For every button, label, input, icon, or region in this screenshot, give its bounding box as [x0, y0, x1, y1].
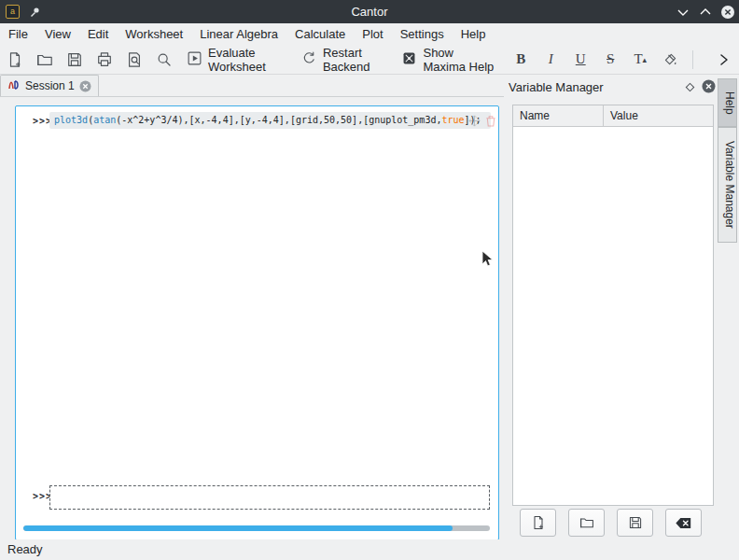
code-keyword-true: true	[441, 115, 464, 125]
menu-item-linear-algebra[interactable]: Linear Algebra	[191, 23, 286, 45]
statusbar: Ready	[0, 539, 739, 560]
maxima-help-label: Show Maxima Help	[423, 46, 498, 74]
italic-button[interactable]: I	[538, 48, 563, 72]
content-area: Session 1 >>> plot3d(atan(-x^2+y^3/4),[x…	[0, 75, 739, 539]
add-variable-button[interactable]	[520, 509, 556, 537]
menu-item-settings[interactable]: Settings	[392, 23, 453, 45]
float-panel-icon[interactable]	[685, 81, 695, 95]
menu-item-view[interactable]: View	[36, 23, 79, 45]
find-button[interactable]	[152, 48, 176, 72]
toolbar-overflow-button[interactable]	[712, 48, 736, 72]
restart-label: Restart Backend	[323, 46, 387, 74]
superscript-label: T	[634, 51, 642, 67]
show-maxima-help-button[interactable]: Show Maxima Help	[397, 48, 503, 72]
code-body: (-x^2+y^3/4),[x,-4,4],[y,-4,4],[grid,50,…	[116, 115, 441, 125]
status-text: Ready	[7, 542, 43, 556]
mouse-cursor	[481, 250, 495, 273]
restart-icon	[301, 50, 317, 69]
panel-title: Variable Manager	[509, 80, 604, 94]
save-button[interactable]	[63, 48, 87, 72]
drag-cell-icon[interactable]	[468, 114, 481, 131]
close-button[interactable]	[720, 5, 735, 20]
menu-item-edit[interactable]: Edit	[79, 23, 117, 45]
command-entry-2[interactable]	[49, 485, 490, 510]
column-value[interactable]: Value	[604, 105, 638, 126]
evaluate-icon	[187, 50, 202, 69]
text-color-button[interactable]	[658, 48, 682, 72]
titlebar[interactable]: a Cantor	[0, 0, 739, 23]
underline-button[interactable]: U	[568, 48, 593, 72]
menu-item-help[interactable]: Help	[453, 23, 495, 45]
toolbar: Evaluate Worksheet Restart Backend Show …	[0, 45, 739, 75]
code-fn-plot3d: plot3d	[54, 115, 88, 125]
restart-backend-button[interactable]: Restart Backend	[297, 48, 392, 72]
new-worksheet-button[interactable]	[3, 48, 27, 72]
progressbar-fill	[23, 525, 453, 531]
bold-button[interactable]: B	[509, 48, 533, 72]
plot3d-canvas[interactable]	[16, 133, 497, 506]
print-button[interactable]	[92, 48, 117, 72]
menu-item-worksheet[interactable]: Worksheet	[117, 23, 191, 45]
window-title: Cantor	[0, 5, 739, 19]
superscript-button[interactable]: T▴	[628, 48, 652, 72]
cantor-window: a Cantor FileViewEditWorksheetLinear Alg…	[0, 0, 739, 560]
strikeout-button[interactable]: S	[598, 48, 622, 72]
maxima-help-icon	[401, 50, 417, 69]
variable-manager-panel: Variable Manager Name Value	[509, 77, 718, 538]
side-tab-strip: Help Variable Manager	[718, 75, 739, 539]
load-variables-button[interactable]	[568, 509, 605, 537]
command-entry-1[interactable]: plot3d(atan(-x^2+y^3/4),[x,-4,4],[y,-4,4…	[49, 112, 491, 129]
delete-cell-icon[interactable]	[485, 114, 496, 131]
panel-header[interactable]: Variable Manager	[509, 77, 718, 97]
clear-variables-button[interactable]	[665, 509, 702, 537]
tabbar: Session 1	[0, 75, 504, 97]
code-fn-atan: atan	[93, 115, 116, 125]
evaluation-progressbar	[23, 525, 490, 531]
tab-label: Session 1	[25, 79, 75, 92]
save-variables-button[interactable]	[617, 509, 653, 537]
maximize-button[interactable]	[698, 5, 713, 20]
tab-close-icon[interactable]	[79, 80, 91, 92]
print-preview-button[interactable]	[122, 48, 146, 72]
menu-item-file[interactable]: File	[0, 23, 36, 45]
evaluate-label: Evaluate Worksheet	[208, 46, 286, 74]
column-name[interactable]: Name	[513, 105, 604, 126]
menu-item-calculate[interactable]: Calculate	[286, 23, 354, 45]
tab-session-1[interactable]: Session 1	[0, 75, 99, 96]
session-icon	[7, 78, 21, 94]
variable-table[interactable]: Name Value	[512, 105, 714, 506]
side-tab-help[interactable]: Help	[718, 78, 737, 127]
toolbar-separator	[692, 50, 693, 69]
side-tab-variable-manager[interactable]: Variable Manager	[718, 127, 737, 243]
variable-actions	[512, 508, 712, 538]
worksheet[interactable]: >>> plot3d(atan(-x^2+y^3/4),[x,-4,4],[y,…	[15, 105, 499, 540]
menu-item-plot[interactable]: Plot	[354, 23, 391, 45]
variable-table-header: Name Value	[513, 105, 713, 127]
evaluate-worksheet-button[interactable]: Evaluate Worksheet	[182, 48, 291, 72]
menubar: FileViewEditWorksheetLinear AlgebraCalcu…	[0, 23, 739, 45]
close-panel-icon[interactable]	[702, 79, 716, 96]
open-button[interactable]	[33, 48, 57, 72]
minimize-button[interactable]	[676, 5, 690, 20]
